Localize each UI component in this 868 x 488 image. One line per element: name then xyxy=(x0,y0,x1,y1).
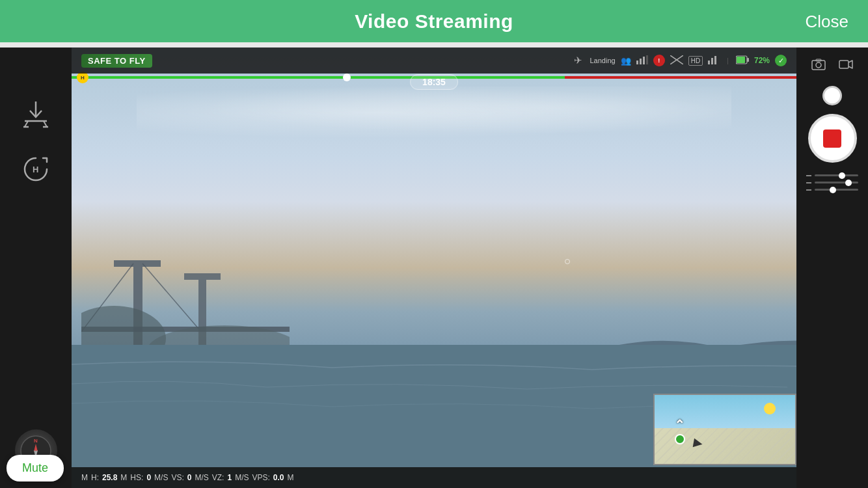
tele-label-prefix: M xyxy=(81,473,88,482)
tele-h-label: H: xyxy=(91,473,99,482)
tele-hs-unit: M/S xyxy=(154,473,168,482)
telemetry-bar: M H: 25.8 M HS: 0 M/S VS: 0 M/S VZ: 1 M/… xyxy=(72,467,796,488)
header-bar: Video Streaming Close xyxy=(0,0,868,42)
left-panel: H N xyxy=(0,47,72,488)
tele-vps-unit: M xyxy=(288,473,294,482)
hud-status-icons: ✈ Landing 👥 xyxy=(574,55,787,66)
close-button[interactable]: Close xyxy=(806,11,848,31)
shutter-button[interactable] xyxy=(822,86,842,105)
record-indicator xyxy=(823,129,841,148)
video-feed-area: SAFE TO FLY ✈ Landing 👥 xyxy=(72,47,796,488)
svg-text:H: H xyxy=(33,165,38,174)
svg-rect-12 xyxy=(114,260,161,267)
tele-vz-label: VZ: xyxy=(212,473,224,482)
left-controls: H xyxy=(15,93,57,191)
safe-to-fly-badge: SAFE TO FLY xyxy=(81,54,152,68)
svg-rect-28 xyxy=(711,58,713,64)
slider-2-track[interactable] xyxy=(815,182,858,183)
mini-map[interactable]: ⌃ ▶ xyxy=(653,394,796,465)
slider-1-row xyxy=(806,174,858,176)
svg-rect-31 xyxy=(747,58,749,62)
slider-2-thumb[interactable] xyxy=(845,180,852,186)
tele-vs-label: VS: xyxy=(171,473,183,482)
drone-icon: ✈ xyxy=(574,55,582,66)
svg-rect-23 xyxy=(643,57,645,64)
mini-map-background: ⌃ ▶ xyxy=(655,395,795,464)
warning-indicator: ! xyxy=(653,55,665,66)
svg-rect-24 xyxy=(646,55,648,64)
svg-rect-21 xyxy=(636,61,638,64)
svg-rect-29 xyxy=(714,56,716,64)
svg-point-34 xyxy=(816,62,821,68)
svg-rect-22 xyxy=(640,59,642,64)
svg-rect-32 xyxy=(737,57,745,63)
tele-h-unit: M xyxy=(120,473,127,482)
link-icon xyxy=(670,55,683,66)
svg-text:N: N xyxy=(34,438,38,444)
slider-2-minus xyxy=(806,182,811,183)
mini-map-drone-position: ⌃ xyxy=(674,417,685,444)
tele-vps-label: VPS: xyxy=(252,473,269,482)
header-separator xyxy=(0,42,868,47)
signal-icon xyxy=(636,55,648,66)
right-panel xyxy=(796,47,868,488)
video-mode-button[interactable] xyxy=(839,57,853,74)
hd-badge: HD xyxy=(688,56,703,66)
main-content: H N xyxy=(0,47,868,488)
battery-percentage: 72% xyxy=(754,56,770,65)
svg-rect-27 xyxy=(708,61,710,64)
tele-vs-unit: M/S xyxy=(195,473,208,482)
crosshair-dot xyxy=(565,259,570,264)
slider-3-minus xyxy=(806,189,811,191)
tele-vz-value: 1 xyxy=(227,473,232,482)
slider-1-track[interactable] xyxy=(815,174,858,176)
waypoint-marker xyxy=(343,74,351,81)
slider-1-minus xyxy=(806,175,811,176)
hud-top-bar: SAFE TO FLY ✈ Landing 👥 xyxy=(72,47,796,74)
drone-battery-icon xyxy=(736,55,749,66)
mute-button[interactable]: Mute xyxy=(7,455,64,481)
svg-rect-33 xyxy=(812,61,825,70)
svg-line-2 xyxy=(44,121,47,127)
tele-vps-value: 0.0 xyxy=(273,473,284,482)
camera-mode-toggle xyxy=(811,57,853,74)
land-button[interactable] xyxy=(15,93,57,135)
tele-hs-value: 0 xyxy=(146,473,151,482)
status-ok-icon: ✓ xyxy=(775,55,787,66)
record-button[interactable] xyxy=(808,114,857,163)
tele-h-value: 25.8 xyxy=(102,473,117,482)
mode-text: Landing xyxy=(590,57,616,64)
clouds-layer xyxy=(137,87,731,139)
tele-hs-label: HS: xyxy=(130,473,143,482)
photo-mode-button[interactable] xyxy=(811,57,826,74)
slider-3-thumb[interactable] xyxy=(830,187,836,193)
svg-line-1 xyxy=(25,121,28,127)
page-title: Video Streaming xyxy=(355,10,513,33)
signal-icon-2 xyxy=(708,55,720,66)
persons-icon: 👥 xyxy=(621,56,631,66)
svg-rect-36 xyxy=(839,61,848,68)
time-badge: 18:35 xyxy=(410,76,458,88)
return-home-button[interactable]: H xyxy=(15,148,57,191)
slider-3-row xyxy=(806,189,858,191)
slider-1-thumb[interactable] xyxy=(839,172,845,179)
svg-rect-14 xyxy=(184,273,221,280)
slider-2-row xyxy=(806,182,858,183)
tele-vz-unit: M/S xyxy=(235,473,249,482)
tele-vs-value: 0 xyxy=(187,473,192,482)
mini-map-sun xyxy=(764,403,776,414)
camera-sliders xyxy=(806,174,858,191)
slider-3-track[interactable] xyxy=(815,189,858,191)
flight-time: 18:35 xyxy=(410,74,458,90)
video-feed: SAFE TO FLY ✈ Landing 👥 xyxy=(72,47,796,488)
